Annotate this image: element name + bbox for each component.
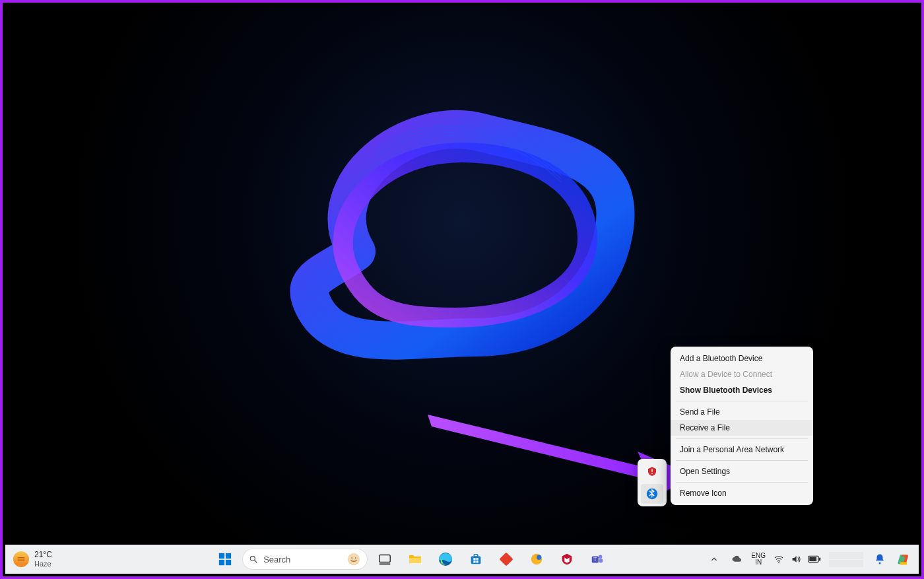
copilot-tray-button[interactable] — [894, 546, 913, 572]
svg-rect-4 — [219, 560, 224, 565]
menu-send-file[interactable]: Send a File — [671, 404, 813, 420]
menu-join-pan[interactable]: Join a Personal Area Network — [671, 442, 813, 458]
taskbar: 21°C Haze Search — [5, 545, 919, 574]
search-placeholder: Search — [263, 555, 290, 564]
wallpaper-art — [277, 73, 647, 390]
svg-text:T: T — [594, 557, 597, 562]
onedrive-tray-icon[interactable] — [727, 549, 747, 570]
svg-rect-15 — [471, 556, 481, 564]
svg-rect-20 — [477, 561, 478, 562]
search-icon — [249, 555, 258, 564]
desktop[interactable]: Add a Bluetooth Device Allow a Device to… — [5, 5, 919, 545]
mcafee-button[interactable] — [554, 546, 580, 572]
tray-popup-bluetooth-icon[interactable] — [641, 484, 663, 504]
svg-point-6 — [250, 556, 255, 561]
weather-condition: Haze — [34, 560, 52, 568]
weather-icon — [13, 551, 29, 567]
svg-point-28 — [778, 562, 779, 563]
network-volume-battery[interactable] — [770, 549, 825, 570]
svg-point-23 — [537, 555, 541, 560]
wifi-icon — [774, 554, 784, 564]
svg-rect-19 — [473, 561, 475, 562]
start-button[interactable] — [212, 546, 238, 572]
svg-rect-13 — [409, 558, 421, 563]
tray-overflow-popup — [638, 459, 667, 506]
svg-rect-33 — [900, 562, 907, 564]
teams-button[interactable]: T — [584, 546, 610, 572]
pinned-app-2[interactable] — [523, 546, 550, 572]
svg-point-10 — [355, 557, 356, 559]
svg-rect-11 — [380, 555, 391, 562]
file-explorer-button[interactable] — [402, 546, 428, 572]
svg-point-26 — [599, 555, 603, 559]
menu-allow-connect: Allow a Device to Connect — [671, 366, 813, 382]
svg-rect-3 — [226, 553, 231, 559]
svg-rect-2 — [219, 553, 224, 559]
svg-line-7 — [255, 561, 257, 563]
microsoft-store-button[interactable] — [463, 546, 489, 572]
menu-receive-file[interactable]: Receive a File — [671, 420, 813, 436]
menu-add-device[interactable]: Add a Bluetooth Device — [671, 351, 813, 366]
svg-rect-27 — [599, 559, 603, 562]
menu-remove-icon[interactable]: Remove Icon — [671, 485, 813, 501]
tray-popup-mcafee-icon[interactable] — [641, 461, 663, 481]
svg-point-8 — [348, 553, 360, 565]
search-highlight-icon — [346, 552, 361, 566]
notifications-button[interactable] — [870, 546, 890, 572]
menu-separator — [676, 438, 808, 439]
clock[interactable] — [829, 552, 866, 567]
menu-separator — [676, 401, 808, 401]
svg-rect-18 — [477, 558, 478, 560]
language-line2: IN — [751, 559, 766, 566]
weather-temp: 21°C — [34, 551, 52, 559]
menu-separator — [676, 460, 808, 461]
svg-point-9 — [351, 557, 352, 559]
language-indicator[interactable]: ENG IN — [751, 553, 766, 566]
menu-show-devices[interactable]: Show Bluetooth Devices — [671, 382, 813, 398]
svg-rect-31 — [809, 557, 816, 561]
volume-icon — [791, 554, 801, 564]
svg-rect-12 — [380, 563, 391, 564]
svg-point-32 — [879, 562, 881, 564]
svg-rect-5 — [226, 560, 231, 565]
svg-rect-21 — [500, 553, 513, 566]
weather-widget[interactable]: 21°C Haze — [5, 551, 117, 567]
search-box[interactable]: Search — [242, 549, 368, 570]
bluetooth-context-menu: Add a Bluetooth Device Allow a Device to… — [671, 347, 813, 505]
tray-overflow-button[interactable] — [705, 550, 723, 568]
svg-rect-16 — [474, 555, 478, 557]
system-tray: ENG IN — [705, 546, 919, 572]
battery-icon — [808, 555, 821, 564]
edge-button[interactable] — [432, 546, 459, 572]
pinned-app-1[interactable] — [493, 546, 519, 572]
svg-rect-30 — [819, 558, 820, 561]
menu-open-settings[interactable]: Open Settings — [671, 463, 813, 479]
svg-rect-17 — [473, 558, 475, 560]
taskbar-center: Search T — [117, 546, 705, 572]
menu-separator — [676, 482, 808, 483]
task-view-button[interactable] — [372, 546, 398, 572]
